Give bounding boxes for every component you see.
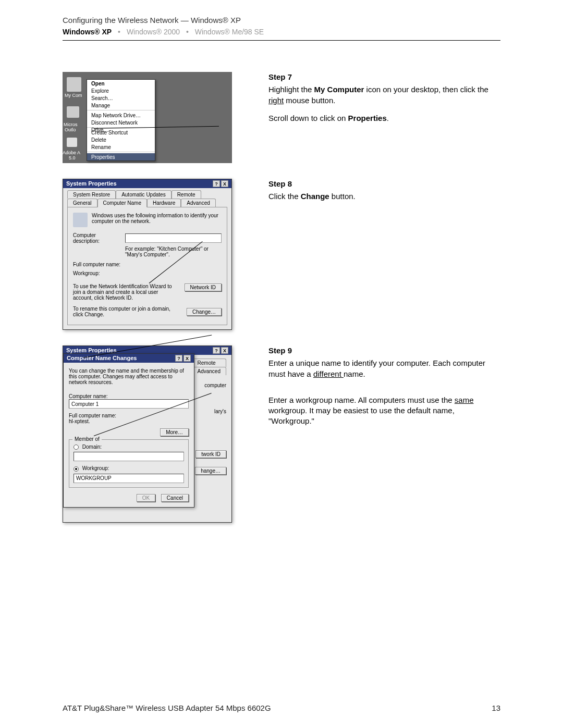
bg-tab-advanced[interactable]: Advanced	[192, 367, 226, 375]
workgroup-input[interactable]	[74, 474, 184, 483]
menu-disconnect-drive[interactable]: Disconnect Network Drive…	[87, 119, 155, 126]
page-footer: AT&T Plug&Share™ Wireless USB Adapter 54…	[63, 704, 500, 712]
menu-open[interactable]: Open	[87, 80, 155, 87]
network-id-explain: Windows uses the following information t…	[92, 213, 222, 227]
bg-network-id-button[interactable]: twork ID	[195, 450, 226, 458]
menu-delete[interactable]: Delete	[87, 136, 155, 143]
tab-windows-xp: Windows® XP	[63, 28, 112, 36]
menu-manage[interactable]: Manage	[87, 102, 155, 109]
cnc-note: You can change the name and the membersh…	[69, 368, 189, 385]
adobe2-label: 5.0	[69, 155, 76, 161]
help-icon[interactable]: ?	[213, 347, 220, 354]
cancel-button[interactable]: Cancel	[161, 494, 189, 502]
page-header: Configuring the Wireless Network — Windo…	[0, 0, 563, 38]
desktop-context-screenshot: My Com Micros Outlo Adobe A 5.0 Open Exp…	[63, 72, 232, 163]
tab-windows-2000: Windows® 2000	[127, 28, 180, 36]
step8-row: System Properties ? X System Restore Aut…	[63, 179, 500, 330]
tab-general[interactable]: General	[67, 199, 97, 207]
tab-remote[interactable]: Remote	[172, 190, 201, 199]
network-id-button[interactable]: Network ID	[185, 283, 222, 291]
footer-page: 13	[492, 704, 500, 712]
micros-label: Micros	[64, 122, 78, 127]
bg-change-button[interactable]: hange…	[195, 467, 226, 475]
header-os-tabs: Windows® XP • Windows® 2000 • Windows® M…	[63, 28, 500, 36]
system-properties-dialog: System Properties ? X System Restore Aut…	[63, 179, 232, 330]
footer-product: AT&T Plug&Share™ Wireless USB Adapter 54…	[63, 704, 271, 712]
computer-description-input[interactable]	[125, 233, 222, 243]
dialog-title: System Properties	[66, 180, 117, 187]
menu-create-shortcut[interactable]: Create Shortcut	[87, 129, 155, 136]
member-of-legend: Member of	[72, 436, 102, 442]
help-icon[interactable]: ?	[175, 355, 182, 362]
close-icon[interactable]: X	[221, 347, 228, 354]
change-button[interactable]: Change…	[187, 308, 222, 316]
step7-title: Step 7	[268, 72, 500, 82]
help-icon[interactable]: ?	[213, 180, 220, 187]
bg-text: computer	[204, 382, 226, 388]
ok-button[interactable]: OK	[137, 494, 155, 502]
tab-windows-me98: Windows® Me/98 SE	[195, 28, 264, 36]
tab-auto-updates[interactable]: Automatic Updates	[116, 190, 172, 199]
network-id-text: To use the Network Identification Wizard…	[73, 283, 179, 301]
computer-description-label: Computer description:	[73, 232, 121, 244]
bg-text2: lary's	[214, 409, 226, 414]
domain-input[interactable]	[74, 452, 184, 461]
step8-title: Step 8	[268, 179, 500, 189]
full-computer-name-label: Full computer name:	[73, 262, 222, 267]
workgroup-label: Workgroup:	[82, 465, 109, 471]
header-title: Configuring the Wireless Network — Windo…	[63, 16, 500, 24]
menu-properties[interactable]: Properties	[87, 153, 155, 161]
tab-hardware[interactable]: Hardware	[147, 199, 181, 207]
step7-text: Step 7 Highlight the My Computer icon on…	[268, 72, 500, 163]
step7-row: My Com Micros Outlo Adobe A 5.0 Open Exp…	[63, 72, 500, 163]
step9-row: System Properties ? X Remote Advanced co…	[63, 346, 500, 523]
tab-system-restore[interactable]: System Restore	[67, 190, 116, 199]
menu-map-drive[interactable]: Map Network Drive…	[87, 112, 155, 119]
tab-computer-name[interactable]: Computer Name	[97, 199, 147, 207]
step9-title: Step 9	[268, 346, 500, 356]
computer-icon	[73, 213, 88, 227]
close-icon[interactable]: X	[183, 355, 191, 362]
my-computer-label: My Com	[65, 93, 82, 98]
computer-name-changes-dialog: Computer Name Changes ? X You can change…	[63, 353, 194, 508]
system-properties-bg: System Properties ? X Remote Advanced co…	[63, 346, 232, 523]
adobe-label: Adobe A	[63, 150, 80, 155]
step8-text: Step 8 Click the Change button.	[268, 179, 500, 330]
more-button[interactable]: More…	[160, 428, 189, 436]
change-text: To rename this computer or join a domain…	[73, 306, 181, 317]
menu-rename[interactable]: Rename	[87, 143, 155, 151]
domain-radio[interactable]	[74, 445, 79, 450]
step9-text: Step 9 Enter a unique name to identify y…	[268, 346, 500, 523]
description-example: For example: "Kitchen Computer" or "Mary…	[125, 246, 222, 257]
close-icon[interactable]: X	[221, 180, 228, 187]
context-menu: Open Explore Search… Manage Map Network …	[87, 79, 155, 161]
tab-advanced[interactable]: Advanced	[181, 199, 215, 207]
workgroup-radio[interactable]	[74, 466, 79, 472]
dialog-title: Computer Name Changes	[67, 355, 137, 362]
computer-name-label: Computer name:	[69, 393, 189, 399]
menu-explore[interactable]: Explore	[87, 87, 155, 94]
workgroup-label: Workgroup:	[73, 270, 222, 276]
menu-search[interactable]: Search…	[87, 94, 155, 102]
outlo-label: Outlo	[65, 127, 76, 132]
bg-tab-remote[interactable]: Remote	[192, 359, 226, 367]
full-computer-name-label: Full computer name:	[69, 413, 189, 418]
member-of-group: Member of Domain: Workgroup:	[69, 439, 189, 488]
domain-label: Domain:	[82, 444, 102, 450]
